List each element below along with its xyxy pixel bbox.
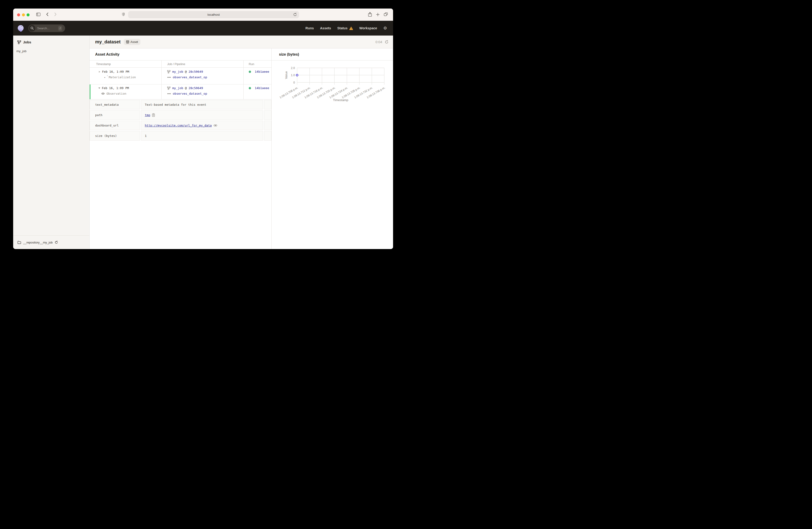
metadata-key: text_metadata xyxy=(90,100,140,109)
app-header: / Runs Assets Status Workspace ⚙ xyxy=(13,21,393,35)
external-link-icon xyxy=(214,124,217,127)
expanded-row-indicator xyxy=(90,85,90,99)
metadata-value: Text-based metadata for this event xyxy=(145,103,206,106)
settings-gear-icon[interactable]: ⚙ xyxy=(383,26,387,30)
refresh-timer: 0:04 xyxy=(376,40,382,44)
op-link[interactable]: observes_dataset_op xyxy=(173,92,207,95)
metadata-row: size (bytes) 1 xyxy=(90,131,271,141)
metadata-key: size (bytes) xyxy=(90,131,140,141)
job-link[interactable]: my_job xyxy=(172,86,183,90)
event-timestamp: Feb 16, 1:09 PM xyxy=(102,86,129,90)
sidebar-jobs-header: Jobs xyxy=(13,35,89,44)
event-timestamp: Feb 16, 1:09 PM xyxy=(102,70,129,73)
asset-tag-label: Asset xyxy=(130,40,138,44)
address-bar[interactable]: localhost xyxy=(128,11,299,18)
metadata-row: path tmp xyxy=(90,110,271,120)
op-icon xyxy=(167,93,171,94)
sidebar: Jobs my_job __repository__my_job xyxy=(13,35,90,249)
sidebar-toggle-icon[interactable] xyxy=(36,13,40,16)
run-status-dot xyxy=(249,87,251,89)
nav-workspace[interactable]: Workspace xyxy=(359,26,377,30)
path-link[interactable]: tmp xyxy=(145,113,150,117)
run-id-link[interactable]: 14b1aeee xyxy=(255,70,269,73)
new-tab-icon[interactable] xyxy=(376,13,379,16)
warning-icon xyxy=(349,27,353,30)
y-tick-label: 2.0 xyxy=(291,67,295,70)
repository-name: __repository__my_job xyxy=(23,241,53,244)
metadata-value: 1 xyxy=(145,134,147,137)
tab-overview-icon[interactable] xyxy=(384,13,388,16)
address-bar-url: localhost xyxy=(207,13,220,16)
chart-title: size (bytes) xyxy=(272,48,393,60)
run-hash-link[interactable]: 28c50649 xyxy=(188,86,203,90)
copy-clipboard-icon[interactable] xyxy=(152,113,155,117)
collapse-row-icon[interactable] xyxy=(98,87,100,89)
metadata-key: dashboard_url xyxy=(90,121,140,130)
scatter-plot: 01.02.01:09:13.708 p.m.1:09:13.712 p.m.1… xyxy=(272,60,393,120)
activity-table-header: Timestamp Job / Pipeline Run xyxy=(90,60,271,68)
reload-icon[interactable] xyxy=(293,13,297,16)
sidebar-item-my-job[interactable]: my_job xyxy=(13,48,89,54)
zoom-window-button[interactable] xyxy=(27,13,30,16)
table-row-materialization: Feb 16, 1:09 PM ✦✦ Materialization xyxy=(90,68,271,85)
header-nav: Runs Assets Status Workspace ⚙ xyxy=(306,26,393,30)
col-job-pipeline: Job / Pipeline xyxy=(161,60,243,68)
event-metadata-table: text_metadata Text-based metadata for th… xyxy=(90,100,271,141)
op-link[interactable]: observes_dataset_op xyxy=(173,75,207,79)
materialization-icon: ✦✦ xyxy=(104,76,107,79)
privacy-shield-icon[interactable] xyxy=(122,12,125,16)
col-timestamp: Timestamp xyxy=(90,60,161,68)
event-type: Observation xyxy=(106,92,126,95)
col-run: Run xyxy=(243,60,271,68)
refresh-page-icon[interactable] xyxy=(385,40,389,44)
observation-eye-icon xyxy=(101,92,105,95)
search-shortcut-badge: / xyxy=(58,26,62,31)
job-icon xyxy=(167,87,171,90)
browser-toolbar: localhost xyxy=(13,9,393,21)
run-hash-link[interactable]: 28c50649 xyxy=(188,70,203,73)
back-button-icon[interactable] xyxy=(46,13,48,16)
asset-activity-heading: Asset Activity xyxy=(90,48,271,60)
run-id-link[interactable]: 14b1aeee xyxy=(255,86,269,90)
asset-activity-panel: Asset Activity Timestamp Job / Pipeline … xyxy=(90,48,272,249)
job-link[interactable]: my_job xyxy=(172,70,183,73)
size-bytes-panel: size (bytes) 01.02.01:09:13.708 p.m.1:09… xyxy=(272,48,393,249)
close-window-button[interactable] xyxy=(17,13,20,16)
asset-icon xyxy=(126,40,129,43)
metadata-key: path xyxy=(90,110,140,120)
folder-icon xyxy=(17,241,21,244)
op-icon xyxy=(167,76,171,78)
jobs-icon xyxy=(17,40,21,44)
share-icon[interactable] xyxy=(368,12,372,17)
nav-runs[interactable]: Runs xyxy=(306,26,314,30)
repository-footer: __repository__my_job xyxy=(13,235,89,249)
reload-repository-icon[interactable] xyxy=(55,241,58,244)
table-row-observation: Feb 16, 1:09 PM Observation xyxy=(90,85,271,100)
minimize-window-button[interactable] xyxy=(22,13,25,16)
global-search[interactable]: / xyxy=(28,25,65,32)
y-axis-label: Value xyxy=(285,71,288,79)
search-icon xyxy=(29,25,35,32)
asset-tag: Asset xyxy=(124,39,141,45)
size-bytes-chart: 01.02.01:09:13.708 p.m.1:09:13.712 p.m.1… xyxy=(272,60,393,249)
job-icon xyxy=(167,70,171,73)
search-input[interactable] xyxy=(37,27,58,30)
forward-button-icon[interactable] xyxy=(54,13,57,16)
event-type: Materialization xyxy=(109,75,136,79)
page-header: my_dataset Asset 0:04 xyxy=(90,35,393,48)
y-tick-label: 0 xyxy=(293,81,295,84)
metadata-row: dashboard_url http://mycoolsite.com/url_… xyxy=(90,121,271,130)
dashboard-url-link[interactable]: http://mycoolsite.com/url_for_my_data xyxy=(145,124,212,127)
sidebar-title: Jobs xyxy=(23,40,31,44)
expand-row-icon[interactable] xyxy=(99,71,100,73)
nav-status[interactable]: Status xyxy=(337,26,353,30)
run-status-dot xyxy=(249,71,251,73)
data-point[interactable] xyxy=(296,74,298,76)
browser-window: localhost xyxy=(13,9,393,249)
y-tick-label: 1.0 xyxy=(291,74,295,77)
window-controls xyxy=(17,13,30,16)
dagster-logo[interactable] xyxy=(17,25,24,32)
page-title: my_dataset xyxy=(95,39,120,45)
nav-assets[interactable]: Assets xyxy=(320,26,331,30)
metadata-row: text_metadata Text-based metadata for th… xyxy=(90,100,271,109)
